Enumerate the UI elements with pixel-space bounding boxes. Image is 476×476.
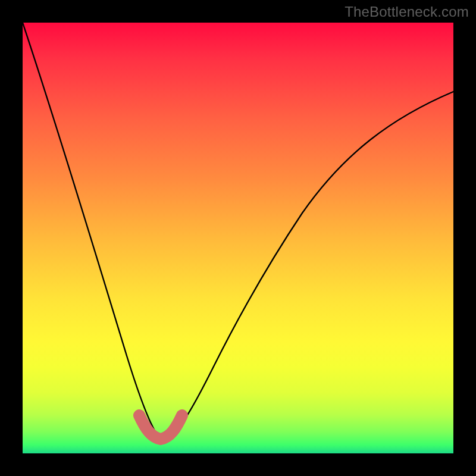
outer-frame: TheBottleneck.com <box>0 0 476 476</box>
bottleneck-curve <box>23 23 453 438</box>
watermark-text: TheBottleneck.com <box>345 4 469 20</box>
curve-svg <box>23 23 453 453</box>
trough-marker <box>139 415 182 439</box>
plot-area <box>23 23 453 453</box>
